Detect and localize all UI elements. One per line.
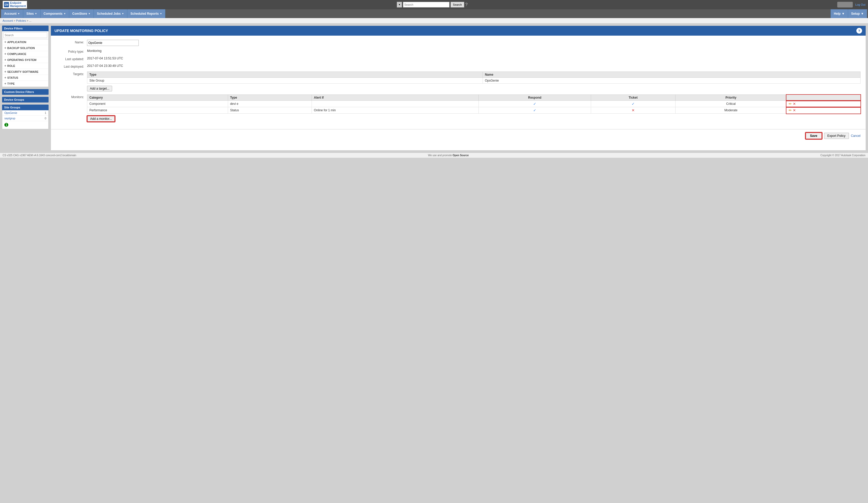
plus-icon-compliance: +: [4, 52, 6, 56]
cancel-button[interactable]: Cancel: [851, 134, 860, 138]
form-row-last-updated: Last updated: 2017-07-04 13:51:53 UTC: [56, 56, 860, 61]
breadcrumb-current: ...: [29, 19, 32, 22]
target-name-cell: OpsGenie: [483, 78, 860, 84]
filter-backup-solution[interactable]: + BACKUP SOLUTION: [2, 45, 48, 51]
add-monitor-button[interactable]: Add a monitor...: [87, 116, 115, 122]
logout-button[interactable]: Log Out: [855, 3, 865, 6]
breadcrumb-account[interactable]: Account: [3, 19, 13, 22]
nav-scheduled-reports-chevron: ▼: [160, 12, 162, 15]
monitor-row1-type: devi e: [228, 101, 311, 107]
search-dropdown-btn[interactable]: ▼: [397, 2, 402, 8]
filter-application-label: APPLICATION: [7, 41, 26, 44]
delete-icon-row2[interactable]: ✕: [793, 108, 796, 112]
monitor-row2-type: Status: [228, 107, 311, 114]
last-updated-label: Last updated:: [56, 56, 87, 61]
add-target-button[interactable]: Add a target...: [87, 86, 112, 92]
monitor-row2-category: Performance: [87, 107, 228, 114]
footer-left: CS v325 CAG v1967 AEM v4.6.1643 concord-…: [3, 154, 76, 157]
nav-item-components[interactable]: Components ▼: [41, 9, 69, 18]
sidebar-search-input[interactable]: [3, 32, 47, 38]
site-opsgenie-link[interactable]: OpsGenie: [4, 111, 17, 114]
site-item-opsgenie[interactable]: OpsGenie 1: [2, 110, 48, 116]
nav-sites-chevron: ▼: [35, 12, 37, 15]
target-type-cell: Site Group: [87, 78, 483, 84]
filter-security-software[interactable]: + SECURITY SOFTWARE: [2, 69, 48, 75]
device-groups-title[interactable]: Device Groups: [2, 97, 49, 103]
custom-device-filters-title[interactable]: Custom Device Filters: [2, 89, 49, 95]
targets-label: Targets:: [56, 72, 87, 76]
monitor-row2-actions: ✏ ✕: [786, 107, 860, 114]
name-input[interactable]: [87, 40, 139, 46]
respond-check-icon: ✓: [533, 102, 536, 106]
nav-setup-chevron: ▼: [861, 12, 864, 15]
filter-role[interactable]: + ROLE: [2, 63, 48, 69]
breadcrumb: Account > Policies > ...: [0, 18, 868, 23]
nav-comstore-label: ComStore: [72, 12, 87, 15]
main-layout: Device Filters + APPLICATION + BACKUP SO…: [0, 23, 868, 153]
top-search-area: ▼ Search ?: [397, 2, 468, 8]
edit-icon-row2[interactable]: ✏: [789, 108, 792, 112]
breadcrumb-sep2: >: [27, 19, 29, 22]
monitors-col-category: Category: [87, 95, 228, 101]
filter-application[interactable]: + APPLICATION: [2, 39, 48, 45]
content-help-icon[interactable]: ?: [856, 28, 862, 34]
site-opsgenie-count: 1: [45, 111, 46, 114]
ticket-check-icon: ✓: [632, 102, 635, 106]
nav-item-sites[interactable]: Sites ▼: [23, 9, 41, 18]
filter-compliance[interactable]: + COMPLIANCE: [2, 51, 48, 57]
policy-type-label: Policy type:: [56, 49, 87, 53]
filter-operating-system[interactable]: + OPERATING SYSTEM: [2, 57, 48, 63]
app-logo: EM Endpoint Management: [3, 1, 27, 9]
targets-col-type: Type: [87, 72, 483, 78]
content-header: UPDATE MONITORING POLICY ?: [51, 26, 866, 36]
nav-item-help[interactable]: Help ▼: [830, 9, 848, 18]
top-help-icon[interactable]: ?: [465, 2, 468, 7]
targets-table: Type Name Site Group OpsGenie: [87, 72, 860, 84]
site-groups-title: Site Groups: [2, 105, 49, 110]
name-label: Name:: [56, 40, 87, 44]
monitor-row2-actions-cell: ✏ ✕: [789, 108, 858, 112]
monitor-row1-respond: ✓: [479, 101, 591, 107]
breadcrumb-policies[interactable]: Policies: [16, 19, 26, 22]
monitors-col-respond: Respond: [479, 95, 591, 101]
form-row-last-deployed: Last deployed: 2017-07-04 23:30:49 UTC: [56, 64, 860, 69]
add-site-button[interactable]: ➊: [2, 121, 48, 129]
nav-scheduled-reports-label: Scheduled Reports: [131, 12, 158, 15]
monitor-row1-ticket: ✓: [591, 101, 675, 107]
top-search-button[interactable]: Search: [451, 2, 464, 8]
nav-item-scheduled-reports[interactable]: Scheduled Reports ▼: [127, 9, 165, 18]
delete-icon-row1[interactable]: ✕: [793, 102, 796, 106]
filter-compliance-label: COMPLIANCE: [7, 52, 26, 55]
actions-row: Save Export Policy Cancel: [51, 129, 866, 142]
nav-right: Help ▼ Setup ▼: [830, 9, 867, 18]
footer-center-prefix: We use and promote: [428, 154, 453, 157]
monitors-col-type: Type: [228, 95, 311, 101]
nav-item-scheduled-jobs[interactable]: Scheduled Jobs ▼: [94, 9, 127, 18]
monitor-row1-actions: ✏ ✕: [786, 101, 860, 107]
user-avatar: [837, 2, 853, 8]
plus-icon-backup: +: [4, 46, 6, 50]
nav-left: Account ▼ Sites ▼ Components ▼ ComStore …: [1, 9, 165, 18]
logo-text: Endpoint Management: [10, 1, 26, 8]
plus-icon-status: +: [4, 76, 6, 80]
monitor-row2-ticket: ✕: [591, 107, 675, 114]
export-policy-button[interactable]: Export Policy: [824, 133, 849, 139]
filter-type[interactable]: + TYPE: [2, 81, 48, 87]
nav-item-account[interactable]: Account ▼: [1, 9, 23, 18]
top-search-input[interactable]: [403, 2, 450, 8]
content-body: Name: Policy type: Monitoring Last updat…: [51, 36, 866, 129]
monitor-row1-actions-cell: ✏ ✕: [789, 102, 858, 106]
site-saytgrup-link[interactable]: saytgrup: [4, 117, 15, 120]
targets-section: Type Name Site Group OpsGenie Add a targ…: [87, 72, 860, 92]
plus-icon-os: +: [4, 58, 6, 62]
site-item-saytgrup[interactable]: saytgrup 0: [2, 116, 48, 121]
nav-help-label: Help: [834, 12, 840, 15]
nav-item-comstore[interactable]: ComStore ▼: [69, 9, 94, 18]
last-updated-value: 2017-07-04 13:51:53 UTC: [87, 56, 123, 60]
save-button[interactable]: Save: [805, 133, 822, 139]
nav-setup-label: Setup: [851, 12, 860, 15]
monitor-row2-respond: ✓: [479, 107, 591, 114]
filter-status[interactable]: + STATUS: [2, 75, 48, 81]
edit-icon-row1[interactable]: ✏: [789, 102, 792, 106]
nav-item-setup[interactable]: Setup ▼: [848, 9, 867, 18]
